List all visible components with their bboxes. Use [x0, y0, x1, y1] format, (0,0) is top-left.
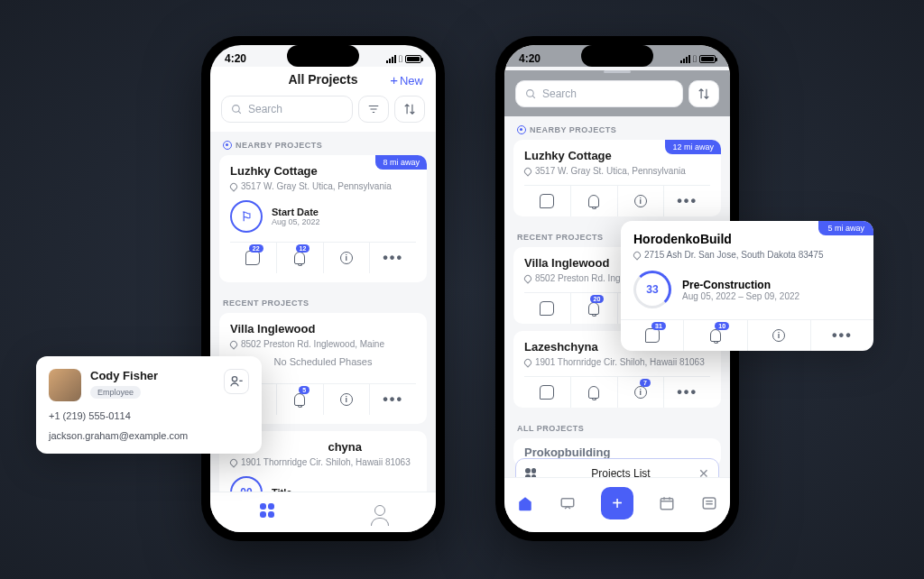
search-row: Search [210, 96, 436, 132]
nav-grid[interactable] [258, 501, 276, 519]
project-card-overlay[interactable]: 5 mi away HorodenkoBuild 2715 Ash Dr. Sa… [621, 221, 873, 351]
search-placeholder: Search [542, 87, 577, 100]
sort-icon [698, 87, 710, 100]
pin-icon [228, 457, 238, 467]
bell-icon [588, 302, 599, 315]
avatar [49, 369, 81, 401]
pin-icon [522, 166, 532, 176]
distance-badge: 12 mi away [665, 140, 721, 154]
bell-action[interactable] [571, 186, 618, 216]
bell-action[interactable]: 12 [277, 243, 324, 273]
filter-button[interactable] [358, 96, 389, 123]
chat-action[interactable] [524, 377, 571, 408]
notch [287, 45, 359, 67]
nav-chat[interactable] [559, 494, 577, 512]
pin-icon [228, 339, 238, 349]
sort-icon [403, 103, 416, 115]
new-button[interactable]: +New [390, 72, 423, 87]
phase-date: Aug 05, 2022 – Sep 09, 2022 [682, 291, 799, 301]
fab-add[interactable]: + [601, 487, 633, 519]
target-icon [223, 141, 232, 150]
bell-icon [588, 195, 599, 207]
info-action[interactable]: i [324, 243, 371, 273]
info-icon: i [340, 393, 353, 406]
svg-point-0 [233, 105, 240, 112]
nav-home[interactable] [516, 494, 534, 512]
chat-badge: 22 [249, 244, 263, 253]
sort-button[interactable] [394, 96, 425, 123]
more-action[interactable]: ••• [370, 384, 416, 415]
remove-user-button[interactable] [224, 369, 249, 394]
bell-action[interactable]: 5 [277, 384, 324, 415]
status-time: 4:20 [225, 52, 246, 65]
svg-point-12 [232, 377, 236, 381]
dots-icon: ••• [677, 384, 698, 400]
list-icon [701, 495, 717, 511]
nav-profile[interactable] [371, 501, 389, 519]
more-action[interactable]: ••• [811, 320, 873, 351]
signal-icon [680, 55, 690, 63]
phase-title: Pre-Construction [682, 279, 799, 291]
chat-action[interactable]: 22 [230, 243, 277, 273]
dots-icon: ••• [832, 327, 853, 344]
action-row: i ••• [524, 185, 710, 216]
project-title: Villa Inglewood [230, 322, 416, 335]
info-action[interactable]: i [748, 320, 811, 351]
calendar-icon [659, 495, 675, 511]
bell-icon [588, 386, 599, 399]
phase-date: Aug 05, 2022 [272, 217, 320, 226]
progress-ring: 33 [633, 271, 671, 308]
chat-icon [245, 251, 260, 265]
bell-action[interactable]: 10 [684, 320, 747, 351]
info-action[interactable]: i [324, 384, 371, 415]
more-action[interactable]: ••• [664, 186, 710, 216]
header: All Projects +New [210, 67, 436, 96]
role-chip: Employee [90, 386, 141, 399]
flag-icon: ⚐ [241, 209, 253, 224]
project-address: 1901 Thornridge Cir. Shiloh, Hawaii 8106… [524, 357, 710, 367]
user-minus-icon [229, 374, 244, 389]
search-placeholder: Search [248, 103, 282, 115]
chat-action[interactable]: 31 [621, 320, 684, 351]
bell-icon [294, 393, 305, 406]
chat-icon [645, 328, 660, 343]
search-input[interactable]: Search [221, 96, 353, 123]
bell-icon [710, 329, 721, 342]
project-card-luzhky[interactable]: 8 mi away Luzhky Cottage 3517 W. Gray St… [219, 155, 427, 282]
chat-action[interactable] [524, 186, 571, 216]
contact-phone: +1 (219) 555-0114 [49, 410, 249, 421]
nav-list[interactable] [700, 494, 718, 512]
search-row: Search [504, 73, 730, 116]
chat-action[interactable] [524, 293, 571, 324]
phone-left: 4:20 􀙇 All Projects +New Search [201, 36, 445, 541]
dots-icon: ••• [383, 250, 403, 266]
plus-icon: + [390, 72, 398, 87]
bell-badge: 12 [296, 244, 310, 253]
action-row: i7 ••• [524, 376, 710, 408]
info-action[interactable]: i7 [618, 377, 665, 408]
contact-card-overlay[interactable]: Cody Fisher Employee +1 (219) 555-0114 j… [36, 356, 262, 454]
info-icon: i [634, 195, 647, 207]
info-action[interactable]: i [618, 186, 665, 216]
pin-icon [632, 250, 642, 260]
info-badge: 7 [640, 379, 651, 387]
bell-action[interactable] [571, 377, 618, 408]
project-card-luzhky-r[interactable]: 12 mi away Luzhky Cottage 3517 W. Gray S… [513, 140, 721, 216]
more-action[interactable]: ••• [370, 243, 416, 273]
pin-icon [522, 357, 532, 367]
bell-badge: 5 [299, 386, 310, 394]
nav-calendar[interactable] [658, 494, 676, 512]
chat-icon [540, 301, 554, 316]
phase-row: ⚐ Start Date Aug 05, 2022 [230, 200, 416, 233]
page-title: All Projects [288, 72, 357, 87]
wifi-icon: 􀙇 [693, 53, 697, 64]
nearby-section-label: NEARBY PROJECTS [504, 116, 730, 140]
more-action[interactable]: ••• [664, 377, 710, 408]
project-address: 3517 W. Gray St. Utica, Pennsylvania [230, 181, 416, 191]
bell-action[interactable]: 20 [571, 293, 618, 324]
project-address: 8502 Preston Rd. Inglewood, Maine [230, 339, 416, 349]
search-input[interactable]: Search [515, 80, 683, 107]
sort-button[interactable] [688, 80, 719, 107]
bottom-nav: + [504, 477, 730, 532]
target-icon [517, 125, 526, 134]
